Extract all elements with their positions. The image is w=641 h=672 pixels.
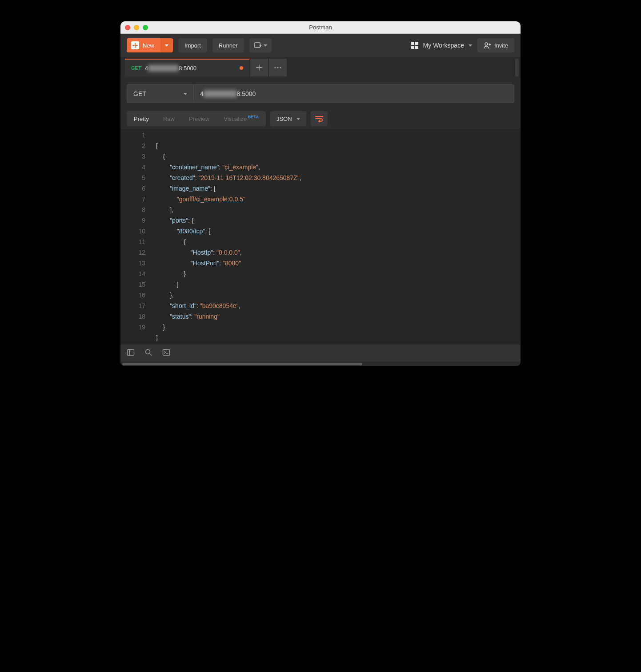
body-view-tabs: Pretty Raw Preview Visualize BETA [127,111,266,126]
panel-icon [127,348,135,356]
response-view-toolbar: Pretty Raw Preview Visualize BETA JSON [120,107,521,129]
svg-point-8 [280,67,281,68]
svg-point-11 [146,349,150,354]
close-window-button[interactable] [125,25,130,30]
app-window: Postman New Import Runner [120,21,521,366]
search-icon [144,348,152,356]
svg-rect-1 [411,42,414,45]
response-body[interactable]: 123 456 789 101112 131415 161718 19 [ { … [120,129,521,344]
chevron-down-icon [296,118,300,120]
new-button[interactable]: New [127,38,160,52]
horizontal-scrollbar[interactable] [120,362,521,366]
runner-button[interactable]: Runner [212,38,244,52]
invite-button[interactable]: Invite [477,38,514,52]
minimize-window-button[interactable] [134,25,139,30]
import-button[interactable]: Import [178,38,207,52]
tab-raw[interactable]: Raw [156,111,182,126]
window-title: Postman [120,24,521,31]
svg-rect-3 [411,46,414,49]
invite-button-label: Invite [494,42,508,49]
svg-rect-9 [128,349,134,355]
beta-badge: BETA [248,115,259,119]
line-number-gutter: 123 456 789 101112 131415 161718 19 [120,129,153,344]
plus-icon [131,41,139,49]
chevron-down-icon [165,44,168,47]
svg-rect-0 [255,43,260,48]
unsaved-indicator-icon [240,66,243,70]
tab-options-button[interactable] [269,59,287,76]
svg-point-6 [274,67,276,68]
svg-point-7 [277,67,278,68]
titlebar: Postman [120,21,521,34]
tab-pretty[interactable]: Pretty [127,111,156,126]
svg-point-5 [485,43,488,45]
tab-visualize[interactable]: Visualize BETA [216,111,266,126]
svg-rect-13 [163,349,170,355]
user-add-icon [484,42,491,49]
folder-add-icon [254,41,262,49]
tab-title: 4XXXXXXXX8:5000 [145,65,236,72]
request-url-row: GET 4XXXXXXXX8:5000 [120,76,521,107]
terminal-icon [162,348,170,356]
request-tabs: GET 4XXXXXXXX8:5000 [120,57,521,76]
plus-icon [256,64,262,71]
workspace-selector[interactable]: My Workspace [411,41,472,49]
response-format-value: JSON [276,116,292,122]
status-bar [120,344,521,362]
chevron-down-icon [264,44,267,47]
maximize-window-button[interactable] [143,25,148,30]
tab-method-badge: GET [131,65,141,71]
url-input[interactable]: 4XXXXXXXX8:5000 [193,84,514,103]
chevron-down-icon [184,93,187,95]
ellipsis-icon [274,67,281,68]
code-content: [ { "container_name": "ci_example", "cre… [153,129,521,344]
new-dropdown-button[interactable] [160,38,173,52]
capture-button[interactable] [249,38,272,52]
console-button[interactable] [162,348,170,358]
svg-rect-4 [415,46,418,49]
sidebar-toggle-button[interactable] [127,348,135,358]
import-button-label: Import [184,42,201,49]
runner-button-label: Runner [219,42,238,49]
svg-line-12 [150,353,152,356]
svg-rect-2 [415,42,418,45]
http-method-select[interactable]: GET [127,84,193,103]
new-tab-button[interactable] [250,59,268,76]
wrap-lines-button[interactable] [311,111,328,126]
response-format-select[interactable]: JSON [270,111,306,126]
traffic-lights [125,25,148,30]
top-toolbar: New Import Runner My Workspace [120,34,521,57]
scrollbar-thumb[interactable] [122,363,362,365]
http-method-value: GET [133,90,146,97]
new-button-label: New [143,42,154,49]
chevron-down-icon [469,44,472,47]
find-button[interactable] [144,348,152,358]
grid-icon [411,41,419,49]
word-wrap-icon [315,115,324,122]
new-button-group: New [127,38,173,52]
right-edge [515,59,519,76]
tab-preview[interactable]: Preview [182,111,216,126]
request-tab[interactable]: GET 4XXXXXXXX8:5000 [125,59,249,76]
workspace-label: My Workspace [423,42,464,49]
